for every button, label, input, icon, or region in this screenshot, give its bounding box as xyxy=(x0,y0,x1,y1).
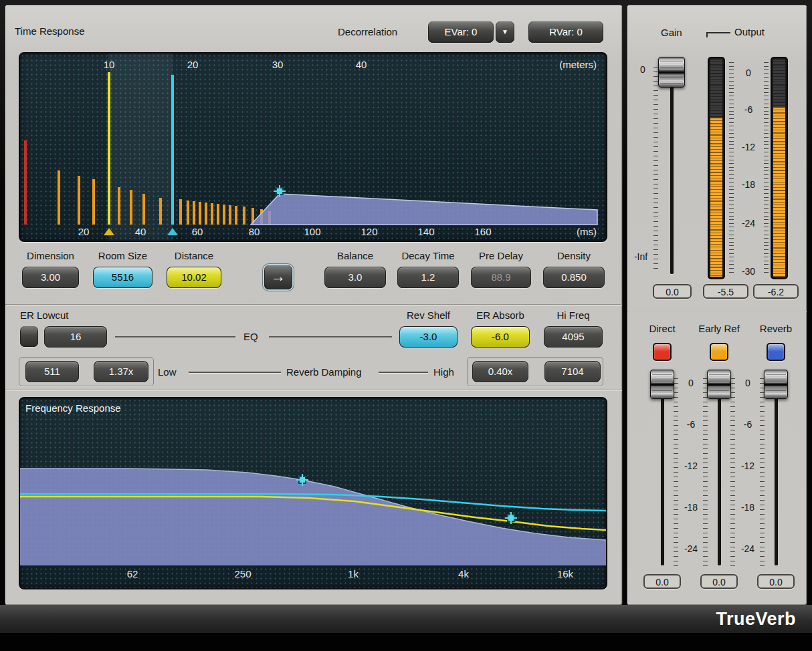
early-ref-readout[interactable]: 0.0 xyxy=(700,574,738,589)
reverb-readout[interactable]: 0.0 xyxy=(757,574,795,589)
direct-fader-knob[interactable] xyxy=(650,370,674,399)
rev-shelf-value-box[interactable]: -3.0 xyxy=(399,326,458,348)
side-panel: Gain Output 0 -Inf 0 -6 -12 -18 -24 -3 xyxy=(627,5,807,605)
direct-label: Direct xyxy=(634,323,690,334)
window-bottom-edge xyxy=(0,633,812,651)
reverb-fader-knob[interactable] xyxy=(764,370,788,399)
reverb-fader-track[interactable] xyxy=(775,374,778,565)
meter-tick-marks-right xyxy=(764,62,769,275)
er-lowcut-enable-button[interactable] xyxy=(20,326,38,347)
direct-fader-track[interactable] xyxy=(661,374,664,565)
damping-high-ratio-box[interactable]: 0.40x xyxy=(472,361,528,382)
pre-delay-label: Pre Delay xyxy=(471,250,531,261)
time-response-title: Time Response xyxy=(15,25,85,37)
early-ref-fader-knob[interactable] xyxy=(707,370,731,399)
ms-tick: 40 xyxy=(135,226,146,237)
frequency-response-section: Frequency Response 62 250 1k 4k 16k xyxy=(5,390,622,605)
direct-mute-button[interactable] xyxy=(653,343,672,361)
evar-button[interactable]: EVar: 0 xyxy=(428,21,494,43)
output-meter-left xyxy=(708,57,725,279)
early-ref-fader-track[interactable] xyxy=(718,374,721,565)
damping-high-freq-box[interactable]: 7104 xyxy=(544,361,601,382)
hi-freq-value-box[interactable]: 4095 xyxy=(544,326,603,348)
freq-tick: 1k xyxy=(348,568,359,579)
ms-tick: 100 xyxy=(304,226,320,237)
distance-value-box[interactable]: 10.02 xyxy=(167,267,221,288)
gain-readout[interactable]: 0.0 xyxy=(653,284,692,299)
freq-tick: 250 xyxy=(234,568,251,579)
decay-time-value-box[interactable]: 1.2 xyxy=(397,267,459,288)
meter-scale-tick: -12 xyxy=(738,142,758,152)
output-label: Output xyxy=(734,26,765,37)
density-value-box[interactable]: 0.850 xyxy=(543,267,605,288)
meters-tick: 30 xyxy=(272,59,284,70)
early-ref-label: Early Ref xyxy=(691,323,747,334)
param-dimension: Dimension 3.00 xyxy=(22,250,79,288)
meter-right-readout: -6.2 xyxy=(753,284,799,299)
gain-fader-track[interactable] xyxy=(670,61,674,274)
er-time-marker-triangle[interactable] xyxy=(104,228,114,235)
reverb-mute-button[interactable] xyxy=(767,343,785,361)
er-absorb-label: ER Absorb xyxy=(471,309,530,321)
density-label: Density xyxy=(543,250,605,261)
ms-tick: 20 xyxy=(78,226,90,237)
eq-label: EQ xyxy=(243,331,258,342)
time-response-graph[interactable]: 10 20 30 40 (meters) 20 40 60 80 100 120… xyxy=(19,52,607,242)
er-absorb-value-box[interactable]: -6.0 xyxy=(471,326,530,348)
gain-fader-knob[interactable] xyxy=(658,57,685,88)
ms-tick: 140 xyxy=(417,226,434,237)
damping-low-ratio-box[interactable]: 1.37x xyxy=(94,361,148,382)
rev-shelf-handle[interactable] xyxy=(298,476,306,484)
freq-tick: 4k xyxy=(458,568,469,579)
early-ref-mute-button[interactable] xyxy=(710,343,728,361)
er-absorb-handle[interactable] xyxy=(507,514,515,522)
damping-high-label: High xyxy=(433,366,454,378)
evar-dropdown-arrow-icon[interactable]: ▼ xyxy=(496,21,514,43)
reverb-time-marker-triangle[interactable] xyxy=(167,228,178,235)
room-size-label: Room Size xyxy=(93,250,153,261)
mixer-scale-tick: -6 xyxy=(736,419,759,430)
meters-tick: 20 xyxy=(187,59,199,70)
bottom-bar: TrueVerb xyxy=(0,605,812,633)
output-bracket-line xyxy=(706,32,730,37)
mixer-section: Direct 0.0 Early Ref 0.0 Reverb 0.0 xyxy=(627,311,807,605)
output-meter-right xyxy=(771,57,788,279)
gain-scale-inf: -Inf xyxy=(630,251,651,262)
eq-line-right xyxy=(269,336,392,338)
room-size-value-box[interactable]: 5516 xyxy=(93,267,153,288)
dimension-label: Dimension xyxy=(22,250,79,261)
pre-delay-value-box[interactable]: 88.9 xyxy=(471,267,531,288)
meter-scale-tick: -6 xyxy=(738,104,758,115)
balance-label: Balance xyxy=(324,250,386,261)
dimension-value-box[interactable]: 3.00 xyxy=(22,267,79,288)
er-lowcut-value-box[interactable]: 16 xyxy=(44,326,107,348)
ms-tick: 60 xyxy=(192,226,203,237)
reverb-level-handle[interactable] xyxy=(276,187,284,195)
mixer-scale-tick: 0 xyxy=(736,378,759,388)
direct-readout[interactable]: 0.0 xyxy=(643,574,681,589)
ms-tick: 160 xyxy=(474,226,491,237)
freq-tick: 62 xyxy=(127,568,138,579)
damping-low-freq-box[interactable]: 511 xyxy=(25,361,79,382)
gain-scale-zero: 0 xyxy=(635,64,650,75)
decorrelation-label: Decorrelation xyxy=(338,26,397,37)
frequency-response-title: Frequency Response xyxy=(25,402,121,414)
balance-value-box[interactable]: 3.0 xyxy=(324,267,386,288)
ms-unit-label: (ms) xyxy=(577,226,597,237)
meters-tick: 40 xyxy=(356,59,367,70)
brand-logo: TrueVerb xyxy=(716,609,796,630)
hi-freq-label: Hi Freq xyxy=(544,309,603,321)
ms-tick: 80 xyxy=(249,226,260,237)
param-pre-delay: Pre Delay 88.9 xyxy=(471,250,531,288)
mixer-scale-tick: -18 xyxy=(736,502,759,513)
meter-level-fill xyxy=(710,118,722,277)
meter-level-fill xyxy=(773,108,785,277)
link-arrow-button[interactable]: → xyxy=(264,265,292,289)
time-response-section: Time Response Decorrelation EVar: 0 ▼ RV… xyxy=(5,5,622,304)
evar-control: EVar: 0 ▼ xyxy=(428,21,514,43)
trueverb-window: Time Response Decorrelation EVar: 0 ▼ RV… xyxy=(0,0,812,651)
rvar-button[interactable]: RVar: 0 xyxy=(528,21,603,43)
frequency-response-graph[interactable]: Frequency Response 62 250 1k 4k 16k xyxy=(19,397,607,590)
mixer-scale-tick: -12 xyxy=(736,461,759,471)
damping-line-right xyxy=(379,372,428,373)
